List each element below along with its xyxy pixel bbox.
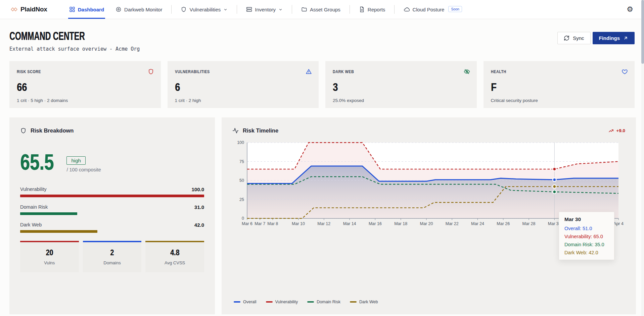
svg-text:Mar 18: Mar 18 <box>394 221 407 226</box>
svg-text:Mar 24: Mar 24 <box>471 221 484 226</box>
trend-delta: +9.0 <box>608 128 625 134</box>
nav-item-label: Vulnerabilities <box>189 7 221 12</box>
shield-icon <box>148 68 154 76</box>
stat-card-dark-web: DARK WEB 3 25.0% exposed <box>325 61 477 108</box>
findings-button[interactable]: Findings <box>593 32 635 44</box>
sync-button[interactable]: Sync <box>557 32 590 44</box>
nav-item-dashboard[interactable]: Dashboard <box>63 0 110 19</box>
nav-item-cloud-posture[interactable]: Cloud Posture Soon <box>398 0 468 19</box>
risk-bar-track <box>20 195 204 197</box>
scrollbar-thumb[interactable] <box>641 0 644 64</box>
risk-bar-value: 42.0 <box>194 222 204 228</box>
svg-text:75: 75 <box>239 159 244 164</box>
risk-breakdown-title: Risk Breakdown <box>31 127 74 134</box>
legend-item-domain-risk[interactable]: Domain Risk <box>307 300 340 304</box>
risk-bar: Domain Risk 31.0 <box>20 204 204 215</box>
trend-delta-value: +9.0 <box>616 128 625 133</box>
svg-text:Mar 12: Mar 12 <box>317 221 330 226</box>
svg-text:Mar 28: Mar 28 <box>522 221 536 226</box>
stat-card-subtext: Critical security posture <box>491 98 628 103</box>
nav-item-darkweb-monitor[interactable]: Darkweb Monitor <box>110 0 168 19</box>
stat-card-label: RISK SCORE <box>17 69 41 74</box>
trending-up-icon <box>608 128 614 134</box>
risk-bars: Vulnerability 100.0 Domain Risk 31.0 Dar… <box>20 187 204 233</box>
stat-card-label: VULNERABILITIES <box>175 69 210 74</box>
stat-card-label: DARK WEB <box>333 69 354 74</box>
page-subtitle: External attack surface overview - Acme … <box>9 46 140 52</box>
legend-item-vulnerability[interactable]: Vulnerability <box>266 300 298 304</box>
nav-items: Dashboard Darkweb Monitor Vulnerabilitie… <box>63 0 468 19</box>
svg-text:25: 25 <box>239 197 244 202</box>
mini-stat-value: 4.8 <box>170 248 179 257</box>
legend-label: Overall <box>243 300 257 304</box>
composite-score: 65.5 <box>20 152 54 172</box>
nav-divider <box>394 5 395 14</box>
shield-icon <box>20 127 27 134</box>
legend-item-overall[interactable]: Overall <box>234 300 257 304</box>
svg-text:Mar 7: Mar 7 <box>255 221 265 226</box>
severity-badge: high <box>66 156 85 165</box>
legend-swatch <box>234 301 240 303</box>
nav-item-asset-groups[interactable]: Asset Groups <box>295 0 346 19</box>
svg-text:Mar 8: Mar 8 <box>267 221 278 226</box>
nav-item-label: Dashboard <box>78 7 104 12</box>
legend-item-dark-web[interactable]: Dark Web <box>350 300 378 304</box>
cloud-icon <box>404 6 410 12</box>
risk-bar-value: 31.0 <box>194 204 204 210</box>
legend-swatch <box>266 301 273 303</box>
risk-timeline-panel: Risk Timeline +9.0 0255075100Mar 6Mar 7M… <box>222 117 636 314</box>
svg-text:Apr 4: Apr 4 <box>613 221 624 226</box>
brand[interactable]: PlaidNox <box>11 6 47 13</box>
tooltip-date: Mar 30 <box>564 216 609 222</box>
nav-item-reports[interactable]: Reports <box>353 0 391 19</box>
chart-tooltip: Mar 30 Overall: 51.0Vulnerability: 65.0D… <box>559 212 614 260</box>
soon-badge: Soon <box>448 6 462 12</box>
eye-off-icon <box>464 68 470 76</box>
risk-timeline-chart[interactable]: 0255075100Mar 6Mar 7Mar 8Mar 10Mar 12Mar… <box>232 139 625 228</box>
nav-item-label: Reports <box>368 7 385 12</box>
stat-card-value: 66 <box>17 81 27 93</box>
mini-stat-label: Avg CVSS <box>145 260 204 265</box>
legend-swatch <box>307 301 314 303</box>
arrow-up-right-icon <box>623 36 628 41</box>
stat-card-value: F <box>491 81 497 93</box>
grid-icon <box>69 6 75 12</box>
svg-text:50: 50 <box>239 178 244 183</box>
nav-item-label: Asset Groups <box>310 7 340 12</box>
plaidnox-logo-icon <box>11 6 17 13</box>
risk-bar-track <box>20 230 204 233</box>
mini-stat-value: 20 <box>46 248 53 257</box>
stat-card-health: HEALTH F Critical security posture <box>484 61 635 108</box>
settings-gear-icon[interactable]: ⚙ <box>626 5 634 14</box>
risk-bar-label: Dark Web <box>20 222 42 228</box>
tooltip-row: Vulnerability: 65.0 <box>564 234 609 239</box>
stat-card-vulnerabilities: VULNERABILITIES 6 1 crit · 2 high <box>168 61 319 108</box>
brand-name: PlaidNox <box>20 6 47 13</box>
svg-text:Mar 20: Mar 20 <box>420 221 433 226</box>
page-header: COMMAND CENTER External attack surface o… <box>9 29 635 52</box>
svg-text:Mar 16: Mar 16 <box>369 221 382 226</box>
score-denominator: / 100 composite <box>66 167 101 172</box>
nav-item-vulnerabilities[interactable]: Vulnerabilities <box>175 0 233 19</box>
risk-bar-label: Domain Risk <box>20 204 48 210</box>
stat-card-subtext: 1 crit · 2 high <box>175 98 312 103</box>
risk-bar-value: 100.0 <box>191 187 204 192</box>
legend-swatch <box>350 301 357 303</box>
mini-stat-card: 20 Vulns <box>20 241 79 272</box>
stat-card-value: 6 <box>175 81 180 93</box>
nav-item-inventory[interactable]: Inventory <box>240 0 288 19</box>
svg-text:100: 100 <box>237 140 244 145</box>
stat-card-risk-score: RISK SCORE 66 1 crit · 5 high · 2 domain… <box>9 61 161 108</box>
nav-item-label: Darkweb Monitor <box>124 7 162 12</box>
shield-icon <box>181 6 187 12</box>
risk-bar-track <box>20 212 204 215</box>
nav-item-label: Inventory <box>255 7 276 12</box>
tooltip-row: Dark Web: 42.0 <box>564 250 609 255</box>
stat-cards-row: RISK SCORE 66 1 crit · 5 high · 2 domain… <box>9 61 635 108</box>
mini-stat-card: 4.8 Avg CVSS <box>145 241 204 272</box>
eye-ring-icon <box>116 6 122 12</box>
heart-icon <box>622 68 628 76</box>
chevron-down-icon <box>223 7 228 12</box>
legend-label: Domain Risk <box>317 300 340 304</box>
refresh-icon <box>564 35 569 41</box>
